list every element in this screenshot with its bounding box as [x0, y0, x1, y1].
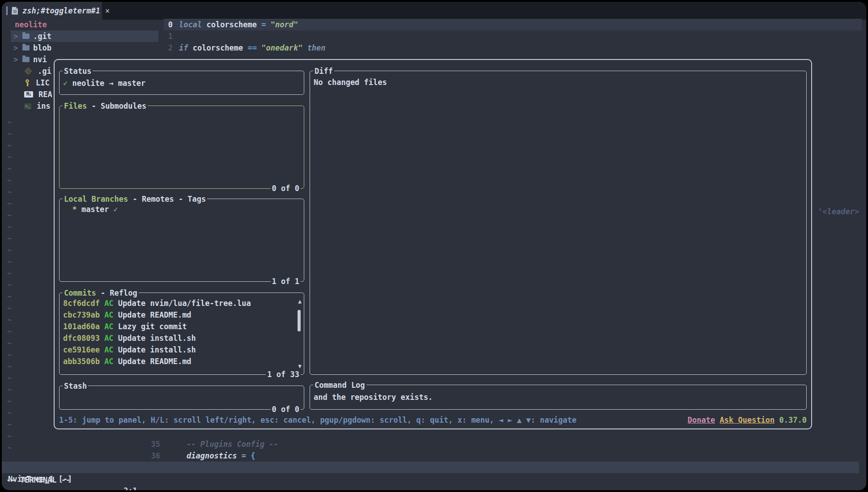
- commit-message: Update nvim/lua/file-tree.lua: [118, 299, 251, 308]
- code-token: colorscheme: [193, 43, 248, 52]
- commit-row[interactable]: abb3506b AC Update README.md: [63, 356, 300, 367]
- code-editor-top: 0local colorscheme = "nord"12if colorsch…: [164, 19, 862, 54]
- statusline-cursor-left: 2:1: [123, 485, 137, 490]
- markdown-icon: M↓: [24, 91, 33, 98]
- panel-stash[interactable]: Stash 0 of 0: [59, 386, 304, 410]
- code-line: 1: [164, 30, 862, 42]
- commits-count: 1 of 33: [266, 369, 301, 380]
- tilde-marker: ~: [7, 361, 12, 372]
- donate-link[interactable]: Donate: [688, 416, 715, 424]
- commit-hash: 8cf6dcdf: [63, 299, 104, 308]
- code-token: {: [251, 451, 255, 460]
- commits-scrollbar[interactable]: ▲ ▼: [296, 293, 302, 374]
- tilde-marker: ~: [7, 221, 12, 233]
- chevron-right-icon: >: [13, 30, 19, 42]
- leader-key-hint: '<leader>: [818, 206, 859, 217]
- tilde-marker: ~: [7, 326, 12, 337]
- ask-question-link[interactable]: Ask Question: [720, 416, 775, 424]
- diff-content: No changed files: [310, 71, 806, 88]
- lazygit-float-window: Status ✓ neolite → master Files - Submod…: [54, 59, 812, 429]
- tilde-marker: ~: [7, 419, 12, 430]
- code-line-text: diagnostics = {: [187, 450, 255, 462]
- tree-item-dotgit[interactable]: >.git: [11, 30, 158, 42]
- code-token: "onedark": [261, 43, 302, 52]
- tilde-marker: ~: [7, 198, 12, 209]
- tree-item-label: LIC: [36, 77, 50, 89]
- code-token: diagnostics: [187, 451, 237, 460]
- commit-row[interactable]: ce5916ee AC Update install.sh: [63, 344, 300, 356]
- terminal-tab[interactable]: zsh;#toggleterm#1 ×: [2, 2, 102, 20]
- stash-count: 0 of 0: [271, 403, 301, 415]
- tree-root-item[interactable]: neolite: [11, 19, 158, 30]
- statusline: NvimTree_1 [-] 2:1 colorschemes.lua 1:1: [2, 462, 859, 473]
- tilde-marker: ~: [7, 233, 12, 244]
- commit-author-tag: AC: [104, 299, 118, 308]
- tilde-marker: ~: [7, 407, 12, 419]
- tilde-marker: ~: [7, 384, 12, 395]
- panel-diff-title: Diff: [313, 65, 334, 77]
- commit-hash: cbc739ab: [63, 310, 104, 319]
- tilde-marker: ~: [7, 442, 12, 454]
- commit-row[interactable]: dfc08093 AC Update install.sh: [63, 332, 300, 344]
- panel-diff[interactable]: Diff No changed files: [310, 71, 807, 375]
- document-icon: [12, 7, 18, 15]
- panel-command-log[interactable]: Command Log and the repository exists.: [310, 385, 807, 410]
- panel-commits[interactable]: Commits - Reflog 8cf6dcdf AC Update nvim…: [59, 293, 304, 375]
- commit-author-tag: AC: [104, 310, 118, 319]
- panel-files[interactable]: Files - Submodules 0 of 0: [59, 106, 304, 189]
- commit-hash: 101ad60a: [63, 322, 104, 331]
- tree-item-blob[interactable]: >blob: [11, 42, 158, 54]
- commit-author-tag: AC: [104, 357, 118, 366]
- tilde-marker: ~: [7, 209, 12, 221]
- commit-hash: ce5916ee: [63, 345, 104, 354]
- panel-branches[interactable]: Local Branches - Remotes - Tags * master…: [59, 199, 304, 282]
- commit-row[interactable]: 101ad60a AC Lazy git commit: [63, 321, 300, 332]
- commit-hash: abb3506b: [63, 357, 104, 366]
- close-icon[interactable]: ×: [105, 5, 110, 17]
- panel-stash-title: Stash: [63, 380, 88, 392]
- tree-item-label: .gi: [38, 65, 51, 77]
- code-token: local: [179, 20, 206, 29]
- tilde-marker: ~: [7, 349, 12, 361]
- code-editor-bottom: 35-- Plugins Config --36diagnostics = {: [134, 438, 862, 462]
- tree-item-label: nvi: [33, 54, 47, 65]
- panel-status-title: Status: [63, 65, 93, 77]
- keybind-help-text: 1-5: jump to panel, H/L: scroll left/rig…: [59, 414, 577, 426]
- commit-list: 8cf6dcdf AC Update nvim/lua/file-tree.lu…: [60, 293, 304, 367]
- key-icon: [24, 79, 30, 87]
- scroll-up-icon[interactable]: ▲: [298, 298, 302, 304]
- status-line: ✓ neolite → master: [60, 71, 304, 89]
- code-token: then: [302, 43, 325, 52]
- tilde-marker: ~: [7, 267, 12, 279]
- code-token: colorscheme: [206, 20, 261, 29]
- commit-author-tag: AC: [104, 345, 118, 354]
- folder-icon: [22, 57, 30, 62]
- tilde-marker: ~: [7, 279, 12, 291]
- line-number: 1: [164, 30, 173, 42]
- code-token: if: [179, 43, 193, 52]
- commit-row[interactable]: cbc739ab AC Update README.md: [63, 309, 300, 321]
- tilde-marker: ~: [7, 163, 12, 174]
- code-token: =: [237, 451, 251, 460]
- neovim-window: zsh;#toggleterm#1 × ~~~~~~~~~~~~~~~~~~~~…: [2, 2, 866, 490]
- code-token: -- Plugins Config --: [187, 440, 278, 449]
- code-line-text: -- Plugins Config --: [187, 438, 278, 450]
- tree-item-label: REA: [38, 89, 52, 100]
- selected-branch-star-icon: *: [63, 205, 81, 214]
- files-count: 0 of 0: [271, 182, 301, 194]
- code-line: 2if colorscheme == "onedark" then: [164, 42, 862, 54]
- commit-author-tag: AC: [104, 322, 118, 331]
- empty-line-tildes: ~~~~~~~~~~~~~~~~~~~~~~~~~~~~~: [7, 116, 12, 454]
- active-tab-indicator-bar: [6, 6, 8, 15]
- code-token: ==: [248, 43, 262, 52]
- tabline: zsh;#toggleterm#1 ×: [2, 2, 866, 20]
- code-line: 0local colorscheme = "nord": [164, 19, 862, 30]
- tilde-marker: ~: [7, 291, 12, 302]
- scrollbar-thumb[interactable]: [298, 310, 301, 331]
- panel-status[interactable]: Status ✓ neolite → master: [59, 71, 304, 95]
- code-line-text: local colorscheme = "nord": [179, 19, 298, 30]
- commit-row[interactable]: 8cf6dcdf AC Update nvim/lua/file-tree.lu…: [63, 297, 300, 309]
- tilde-marker: ~: [7, 430, 12, 442]
- commit-author-tag: AC: [104, 334, 118, 343]
- terminal-icon: >_: [24, 103, 31, 109]
